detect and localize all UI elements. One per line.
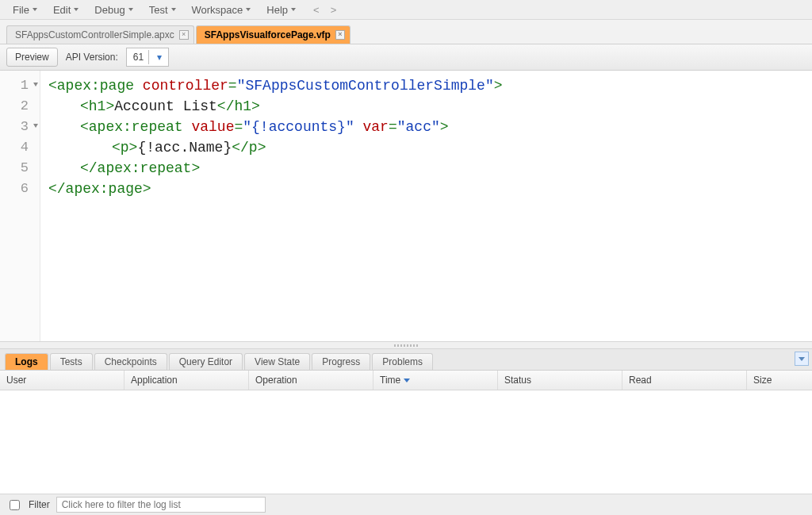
caret-down-icon	[291, 8, 296, 11]
code-token: var	[363, 119, 389, 135]
col-label: User	[6, 375, 26, 386]
sort-desc-icon	[404, 379, 410, 382]
col-label: Read	[629, 375, 652, 386]
code-line[interactable]: <apex:repeat value="{!accounts}" var="ac…	[80, 117, 804, 137]
api-version-value: 61	[133, 52, 144, 63]
fold-toggle-icon[interactable]	[33, 124, 38, 128]
code-token: =	[234, 119, 243, 135]
api-version-label: API Version:	[66, 52, 118, 63]
line-number: 5	[0, 158, 40, 179]
file-tab-label: SFAppsCustomControllerSimple.apxc	[15, 29, 174, 40]
code-token: <apex:repeat	[80, 119, 191, 135]
code-token: >	[494, 78, 503, 94]
col-status[interactable]: Status	[498, 371, 622, 390]
api-version-select[interactable]: 61 ▾	[126, 48, 169, 67]
nav-forward-button[interactable]: >	[329, 4, 339, 16]
col-label: Status	[504, 375, 531, 386]
preview-button[interactable]: Preview	[6, 48, 58, 67]
filter-label: Filter	[29, 499, 50, 510]
code-token: </p>	[232, 140, 266, 156]
line-number: 2	[0, 96, 40, 117]
line-number: 1	[0, 75, 40, 96]
menu-label: Debug	[94, 4, 124, 16]
tab-view-state[interactable]: View State	[244, 353, 310, 370]
col-label: Size	[753, 375, 772, 386]
close-icon[interactable]: ×	[179, 30, 189, 40]
code-token: <h1>	[80, 98, 114, 114]
tab-problems[interactable]: Problems	[372, 353, 433, 370]
code-token: controller	[143, 78, 228, 94]
panel-splitter[interactable]	[0, 341, 812, 349]
code-line[interactable]: <h1>Account List</h1>	[80, 96, 804, 117]
tab-checkpoints[interactable]: Checkpoints	[94, 353, 167, 370]
menu-debug[interactable]: Debug	[88, 2, 139, 17]
code-token: "acc"	[397, 119, 440, 135]
code-token: <apex:page	[48, 78, 143, 94]
code-token: "SFAppsCustomControllerSimple"	[237, 78, 494, 94]
caret-down-icon	[74, 8, 79, 11]
code-editor[interactable]: 123456 <apex:page controller="SFAppsCust…	[0, 71, 812, 341]
menubar: File Edit Debug Test Workspace Help < >	[0, 0, 812, 20]
menu-help[interactable]: Help	[260, 2, 302, 17]
file-tab-active[interactable]: SFAppsVisualforcePage.vfp ×	[196, 25, 350, 44]
code-token: </apex:page>	[48, 181, 151, 197]
col-time[interactable]: Time	[373, 371, 498, 390]
col-operation[interactable]: Operation	[249, 371, 373, 390]
menu-file[interactable]: File	[6, 2, 44, 17]
grip-icon	[394, 344, 418, 347]
code-line[interactable]: </apex:page>	[48, 179, 804, 199]
menu-label: File	[13, 4, 29, 16]
tab-tests[interactable]: Tests	[50, 353, 93, 370]
menu-workspace[interactable]: Workspace	[186, 2, 258, 17]
code-token: </h1>	[217, 98, 260, 114]
file-tab[interactable]: SFAppsCustomControllerSimple.apxc ×	[6, 25, 194, 44]
code-token: =	[389, 119, 397, 135]
menu-edit[interactable]: Edit	[47, 2, 85, 17]
col-application[interactable]: Application	[124, 371, 249, 390]
menu-label: Test	[149, 4, 168, 16]
file-tab-label: SFAppsVisualforcePage.vfp	[205, 29, 331, 40]
code-area[interactable]: <apex:page controller="SFAppsCustomContr…	[40, 71, 812, 341]
line-number-gutter: 123456	[0, 71, 40, 341]
filter-checkbox[interactable]	[10, 500, 20, 510]
code-token: </apex:repeat>	[80, 160, 200, 176]
caret-down-icon	[33, 8, 37, 11]
col-label: Operation	[255, 375, 297, 386]
nav-back-button[interactable]: <	[312, 4, 321, 16]
filter-bar: Filter	[0, 494, 812, 515]
code-token: >	[440, 119, 449, 135]
code-token: Account List	[114, 98, 217, 114]
col-user[interactable]: User	[0, 371, 124, 390]
editor-toolbar: Preview API Version: 61 ▾	[0, 44, 812, 71]
fold-toggle-icon[interactable]	[33, 83, 38, 86]
code-token: <p>	[112, 140, 137, 156]
close-icon[interactable]: ×	[335, 30, 345, 40]
line-number: 3	[0, 117, 40, 137]
menu-label: Workspace	[192, 4, 243, 16]
expand-panel-button[interactable]	[795, 352, 809, 366]
code-line[interactable]: <apex:page controller="SFAppsCustomContr…	[48, 75, 804, 96]
col-read[interactable]: Read	[622, 371, 747, 390]
col-size[interactable]: Size	[747, 371, 812, 390]
code-token: "{!accounts}"	[243, 119, 354, 135]
line-number: 4	[0, 137, 40, 158]
menu-label: Help	[266, 4, 288, 16]
menu-test[interactable]: Test	[143, 2, 182, 17]
bottom-tab-bar: Logs Tests Checkpoints Query Editor View…	[0, 349, 812, 371]
tab-logs[interactable]: Logs	[5, 353, 48, 370]
filter-input[interactable]	[56, 497, 266, 513]
log-body	[0, 390, 812, 494]
line-number: 6	[0, 179, 40, 199]
code-token: =	[228, 78, 237, 94]
log-column-headers: User Application Operation Time Status R…	[0, 371, 812, 390]
tab-progress[interactable]: Progress	[312, 353, 370, 370]
col-label: Time	[380, 375, 400, 386]
file-tab-bar: SFAppsCustomControllerSimple.apxc × SFAp…	[0, 20, 812, 44]
code-line[interactable]: <p>{!acc.Name}</p>	[112, 137, 804, 158]
tab-query-editor[interactable]: Query Editor	[169, 353, 243, 370]
code-line[interactable]: </apex:repeat>	[80, 158, 804, 179]
code-token: {!acc.Name}	[137, 140, 232, 156]
caret-down-icon	[128, 8, 133, 11]
caret-down-icon	[171, 8, 176, 11]
menu-label: Edit	[53, 4, 71, 16]
